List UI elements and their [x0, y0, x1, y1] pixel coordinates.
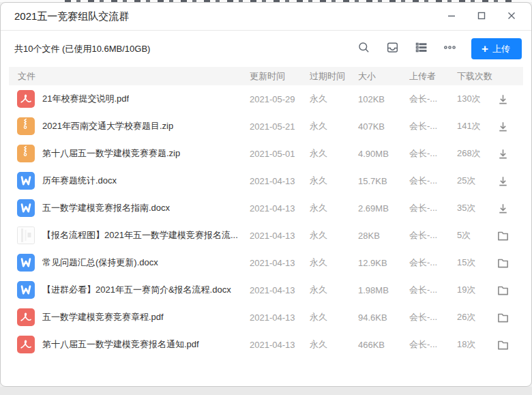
- search-button[interactable]: [353, 39, 374, 59]
- list-view-button[interactable]: [410, 39, 432, 59]
- file-name: 第十八届五一数学建模竞赛报名通知.pdf: [42, 338, 199, 351]
- file-name: 【报名流程图】2021年五一数学建模竞赛报名流...: [42, 229, 238, 242]
- uploader: 会长-...: [409, 229, 457, 242]
- uploader: 会长-...: [409, 120, 457, 132]
- file-count-summary: 共10个文件 (已使用10.6MB/10GB): [14, 43, 150, 55]
- expiry-time: 永久: [310, 229, 358, 242]
- download-count: 35次: [457, 202, 495, 214]
- image-file-icon: [17, 226, 35, 244]
- updated-time: 2021-05-01: [250, 149, 310, 159]
- pdf-file-icon: [17, 336, 35, 353]
- maximize-icon: [477, 10, 486, 23]
- updated-time: 2021-05-29: [250, 94, 310, 104]
- toolbar: 共10个文件 (已使用10.6MB/10GB) + 上传: [1, 31, 531, 67]
- updated-time: 2021-04-13: [250, 340, 310, 350]
- file-size: 28KB: [358, 231, 409, 241]
- download-count: 5次: [457, 229, 495, 242]
- docx-file-icon: [17, 254, 35, 272]
- file-list: 21年校赛提交说明.pdf 2021-05-29 永久 102KB 会长-...…: [9, 85, 523, 358]
- uploader: 会长-...: [409, 338, 457, 351]
- table-row[interactable]: 【报名流程图】2021年五一数学建模竞赛报名流... 2021-04-13 永久…: [9, 222, 523, 249]
- uploader: 会长-...: [409, 93, 457, 105]
- pdf-file-icon: [17, 308, 35, 326]
- expiry-time: 永久: [310, 93, 358, 105]
- file-size: 12.9KB: [358, 258, 409, 268]
- expiry-time: 永久: [310, 202, 358, 214]
- file-size: 4.90MB: [358, 149, 409, 159]
- more-button[interactable]: [439, 39, 460, 59]
- uploader: 会长-...: [409, 257, 457, 269]
- file-name: 五一数学建模竞赛报名指南.docx: [42, 202, 170, 214]
- background-sliver-bottom: [0, 387, 532, 395]
- updated-time: 2021-04-13: [250, 258, 310, 268]
- updated-time: 2021-04-13: [250, 285, 310, 295]
- file-size: 407KB: [358, 121, 409, 132]
- save-to-folder-button[interactable]: [495, 282, 510, 297]
- save-to-folder-button[interactable]: [495, 310, 510, 325]
- download-button[interactable]: [495, 173, 510, 188]
- upload-button-label: 上传: [492, 43, 510, 55]
- expiry-time: 永久: [310, 175, 358, 187]
- download-count: 268次: [457, 147, 495, 160]
- docx-file-icon: [17, 281, 35, 299]
- download-button[interactable]: [495, 119, 510, 134]
- download-count: 15次: [457, 257, 495, 269]
- download-count: 130次: [457, 93, 495, 105]
- uploader: 会长-...: [409, 175, 457, 187]
- expiry-time: 永久: [310, 120, 358, 132]
- table-row[interactable]: 第十八届五一数学建模竞赛赛题.zip 2021-05-01 永久 4.90MB …: [9, 140, 523, 167]
- table-row[interactable]: 2021年西南交通大学校赛题目.zip 2021-05-21 永久 407KB …: [9, 113, 523, 140]
- window-controls: [441, 8, 522, 25]
- more-icon: [443, 41, 456, 57]
- window-title: 2021五一竞赛组队交流群: [14, 10, 129, 23]
- download-button[interactable]: [495, 201, 510, 216]
- file-name: 【进群必看】2021年五一赛简介&报名流程.docx: [42, 284, 231, 296]
- file-size: 1.98MB: [358, 285, 409, 295]
- download-button[interactable]: [495, 91, 510, 106]
- upload-button[interactable]: + 上传: [471, 38, 522, 59]
- updated-time: 2021-04-13: [250, 176, 310, 186]
- list-view-icon: [415, 41, 428, 57]
- file-name: 2021年西南交通大学校赛题目.zip: [42, 120, 173, 132]
- minimize-button[interactable]: [441, 8, 462, 25]
- download-count: 19次: [457, 284, 495, 296]
- updated-time: 2021-05-21: [250, 121, 310, 132]
- updated-time: 2021-04-13: [250, 312, 310, 323]
- download-count: 26次: [457, 311, 495, 323]
- table-row[interactable]: 第十八届五一数学建模竞赛报名通知.pdf 2021-04-13 永久 466KB…: [9, 331, 523, 358]
- zip-file-icon: [17, 145, 35, 162]
- save-to-icon: [386, 41, 399, 57]
- table-row[interactable]: 五一数学建模竞赛竞赛章程.pdf 2021-04-13 永久 94.6KB 会长…: [9, 304, 523, 331]
- table-row[interactable]: 五一数学建模竞赛报名指南.docx 2021-04-13 永久 2.69MB 会…: [9, 194, 523, 222]
- file-name: 第十八届五一数学建模竞赛赛题.zip: [42, 147, 180, 160]
- expiry-time: 永久: [310, 257, 358, 269]
- close-button[interactable]: [501, 8, 522, 25]
- save-to-folder-button[interactable]: [495, 337, 510, 352]
- uploader: 会长-...: [409, 147, 457, 160]
- maximize-button[interactable]: [471, 8, 492, 25]
- table-row[interactable]: 【进群必看】2021年五一赛简介&报名流程.docx 2021-04-13 永久…: [9, 276, 523, 304]
- download-button[interactable]: [495, 146, 510, 161]
- save-to-folder-button[interactable]: [495, 255, 510, 270]
- file-size: 94.6KB: [358, 312, 409, 323]
- close-icon: [507, 10, 516, 23]
- table-row[interactable]: 21年校赛提交说明.pdf 2021-05-29 永久 102KB 会长-...…: [9, 85, 523, 113]
- save-to-button[interactable]: [381, 39, 403, 59]
- file-size: 102KB: [358, 94, 409, 104]
- header-size: 大小: [358, 70, 409, 83]
- header-file: 文件: [9, 70, 250, 83]
- file-name: 21年校赛提交说明.pdf: [42, 93, 129, 105]
- zip-file-icon: [17, 117, 35, 135]
- save-to-folder-button[interactable]: [495, 228, 510, 243]
- search-icon: [357, 41, 370, 57]
- table-header: 文件 更新时间 过期时间 大小 上传者 下载次数: [9, 67, 523, 85]
- table-row[interactable]: 常见问题汇总(保持更新).docx 2021-04-13 永久 12.9KB 会…: [9, 249, 523, 276]
- header-expiry: 过期时间: [310, 70, 358, 83]
- file-name: 五一数学建模竞赛竞赛章程.pdf: [42, 311, 164, 323]
- expiry-time: 永久: [310, 284, 358, 296]
- file-name: 历年赛题统计.docx: [42, 175, 117, 187]
- expiry-time: 永久: [310, 147, 358, 160]
- table-row[interactable]: 历年赛题统计.docx 2021-04-13 永久 15.7KB 会长-... …: [9, 167, 523, 194]
- plus-icon: +: [482, 43, 488, 55]
- uploader: 会长-...: [409, 284, 457, 296]
